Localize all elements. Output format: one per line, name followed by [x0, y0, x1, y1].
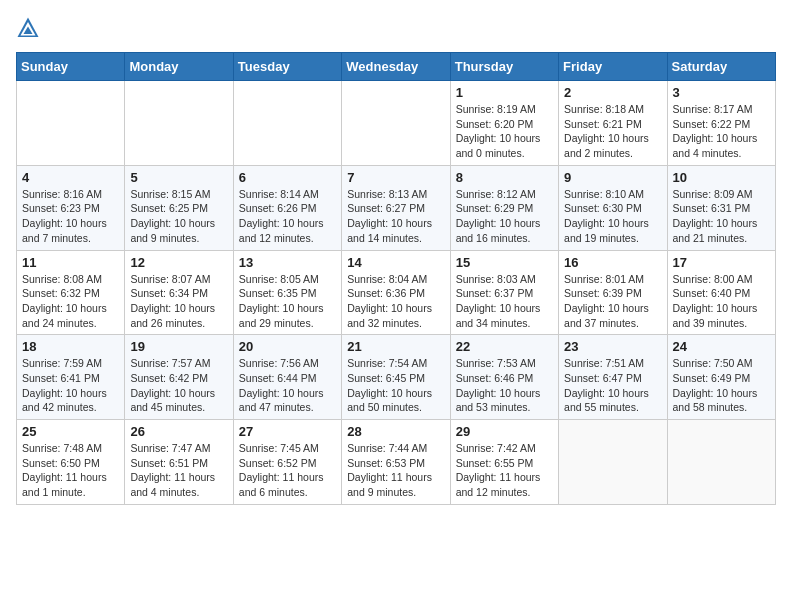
day-number: 13: [239, 255, 336, 270]
calendar-day-cell: 15Sunrise: 8:03 AM Sunset: 6:37 PM Dayli…: [450, 250, 558, 335]
day-number: 5: [130, 170, 227, 185]
calendar-day-cell: 21Sunrise: 7:54 AM Sunset: 6:45 PM Dayli…: [342, 335, 450, 420]
day-info: Sunrise: 7:50 AM Sunset: 6:49 PM Dayligh…: [673, 356, 770, 415]
day-number: 15: [456, 255, 553, 270]
calendar-day-cell: 6Sunrise: 8:14 AM Sunset: 6:26 PM Daylig…: [233, 165, 341, 250]
weekday-header-row: SundayMondayTuesdayWednesdayThursdayFrid…: [17, 53, 776, 81]
day-number: 23: [564, 339, 661, 354]
weekday-header: Sunday: [17, 53, 125, 81]
calendar-week-row: 4Sunrise: 8:16 AM Sunset: 6:23 PM Daylig…: [17, 165, 776, 250]
day-number: 20: [239, 339, 336, 354]
day-info: Sunrise: 7:54 AM Sunset: 6:45 PM Dayligh…: [347, 356, 444, 415]
calendar-week-row: 11Sunrise: 8:08 AM Sunset: 6:32 PM Dayli…: [17, 250, 776, 335]
calendar-day-cell: 19Sunrise: 7:57 AM Sunset: 6:42 PM Dayli…: [125, 335, 233, 420]
calendar-day-cell: 28Sunrise: 7:44 AM Sunset: 6:53 PM Dayli…: [342, 420, 450, 505]
calendar-day-cell: 13Sunrise: 8:05 AM Sunset: 6:35 PM Dayli…: [233, 250, 341, 335]
calendar-week-row: 18Sunrise: 7:59 AM Sunset: 6:41 PM Dayli…: [17, 335, 776, 420]
day-number: 29: [456, 424, 553, 439]
weekday-header: Wednesday: [342, 53, 450, 81]
calendar-day-cell: 29Sunrise: 7:42 AM Sunset: 6:55 PM Dayli…: [450, 420, 558, 505]
calendar-day-cell: 8Sunrise: 8:12 AM Sunset: 6:29 PM Daylig…: [450, 165, 558, 250]
day-info: Sunrise: 8:16 AM Sunset: 6:23 PM Dayligh…: [22, 187, 119, 246]
day-number: 9: [564, 170, 661, 185]
calendar-day-cell: 27Sunrise: 7:45 AM Sunset: 6:52 PM Dayli…: [233, 420, 341, 505]
day-info: Sunrise: 7:45 AM Sunset: 6:52 PM Dayligh…: [239, 441, 336, 500]
day-info: Sunrise: 7:53 AM Sunset: 6:46 PM Dayligh…: [456, 356, 553, 415]
day-number: 21: [347, 339, 444, 354]
calendar-day-cell: 24Sunrise: 7:50 AM Sunset: 6:49 PM Dayli…: [667, 335, 775, 420]
calendar-day-cell: [125, 81, 233, 166]
day-number: 8: [456, 170, 553, 185]
day-info: Sunrise: 8:17 AM Sunset: 6:22 PM Dayligh…: [673, 102, 770, 161]
day-info: Sunrise: 8:05 AM Sunset: 6:35 PM Dayligh…: [239, 272, 336, 331]
day-info: Sunrise: 8:12 AM Sunset: 6:29 PM Dayligh…: [456, 187, 553, 246]
day-info: Sunrise: 7:48 AM Sunset: 6:50 PM Dayligh…: [22, 441, 119, 500]
logo-icon: [16, 16, 40, 40]
day-info: Sunrise: 8:04 AM Sunset: 6:36 PM Dayligh…: [347, 272, 444, 331]
calendar-day-cell: 20Sunrise: 7:56 AM Sunset: 6:44 PM Dayli…: [233, 335, 341, 420]
day-info: Sunrise: 8:14 AM Sunset: 6:26 PM Dayligh…: [239, 187, 336, 246]
day-number: 18: [22, 339, 119, 354]
day-number: 14: [347, 255, 444, 270]
calendar-day-cell: 14Sunrise: 8:04 AM Sunset: 6:36 PM Dayli…: [342, 250, 450, 335]
weekday-header: Saturday: [667, 53, 775, 81]
day-info: Sunrise: 8:08 AM Sunset: 6:32 PM Dayligh…: [22, 272, 119, 331]
calendar-day-cell: 7Sunrise: 8:13 AM Sunset: 6:27 PM Daylig…: [342, 165, 450, 250]
day-number: 11: [22, 255, 119, 270]
day-number: 28: [347, 424, 444, 439]
day-number: 16: [564, 255, 661, 270]
calendar-day-cell: [342, 81, 450, 166]
calendar-day-cell: 16Sunrise: 8:01 AM Sunset: 6:39 PM Dayli…: [559, 250, 667, 335]
day-number: 22: [456, 339, 553, 354]
day-info: Sunrise: 8:09 AM Sunset: 6:31 PM Dayligh…: [673, 187, 770, 246]
calendar-day-cell: 9Sunrise: 8:10 AM Sunset: 6:30 PM Daylig…: [559, 165, 667, 250]
logo: [16, 16, 44, 40]
calendar-day-cell: [233, 81, 341, 166]
day-number: 6: [239, 170, 336, 185]
calendar-day-cell: 22Sunrise: 7:53 AM Sunset: 6:46 PM Dayli…: [450, 335, 558, 420]
day-info: Sunrise: 7:44 AM Sunset: 6:53 PM Dayligh…: [347, 441, 444, 500]
calendar-week-row: 1Sunrise: 8:19 AM Sunset: 6:20 PM Daylig…: [17, 81, 776, 166]
day-number: 10: [673, 170, 770, 185]
calendar-table: SundayMondayTuesdayWednesdayThursdayFrid…: [16, 52, 776, 505]
calendar-day-cell: [667, 420, 775, 505]
day-info: Sunrise: 8:01 AM Sunset: 6:39 PM Dayligh…: [564, 272, 661, 331]
weekday-header: Tuesday: [233, 53, 341, 81]
weekday-header: Monday: [125, 53, 233, 81]
calendar-day-cell: 23Sunrise: 7:51 AM Sunset: 6:47 PM Dayli…: [559, 335, 667, 420]
day-number: 1: [456, 85, 553, 100]
day-info: Sunrise: 8:15 AM Sunset: 6:25 PM Dayligh…: [130, 187, 227, 246]
calendar-day-cell: 3Sunrise: 8:17 AM Sunset: 6:22 PM Daylig…: [667, 81, 775, 166]
calendar-week-row: 25Sunrise: 7:48 AM Sunset: 6:50 PM Dayli…: [17, 420, 776, 505]
day-number: 3: [673, 85, 770, 100]
calendar-day-cell: 2Sunrise: 8:18 AM Sunset: 6:21 PM Daylig…: [559, 81, 667, 166]
day-number: 19: [130, 339, 227, 354]
day-info: Sunrise: 7:42 AM Sunset: 6:55 PM Dayligh…: [456, 441, 553, 500]
calendar-day-cell: 17Sunrise: 8:00 AM Sunset: 6:40 PM Dayli…: [667, 250, 775, 335]
page-header: [16, 16, 776, 40]
calendar-day-cell: 18Sunrise: 7:59 AM Sunset: 6:41 PM Dayli…: [17, 335, 125, 420]
calendar-day-cell: 5Sunrise: 8:15 AM Sunset: 6:25 PM Daylig…: [125, 165, 233, 250]
calendar-day-cell: 26Sunrise: 7:47 AM Sunset: 6:51 PM Dayli…: [125, 420, 233, 505]
day-info: Sunrise: 8:00 AM Sunset: 6:40 PM Dayligh…: [673, 272, 770, 331]
day-info: Sunrise: 8:19 AM Sunset: 6:20 PM Dayligh…: [456, 102, 553, 161]
calendar-day-cell: 10Sunrise: 8:09 AM Sunset: 6:31 PM Dayli…: [667, 165, 775, 250]
calendar-day-cell: 25Sunrise: 7:48 AM Sunset: 6:50 PM Dayli…: [17, 420, 125, 505]
calendar-day-cell: 1Sunrise: 8:19 AM Sunset: 6:20 PM Daylig…: [450, 81, 558, 166]
weekday-header: Friday: [559, 53, 667, 81]
calendar-day-cell: 4Sunrise: 8:16 AM Sunset: 6:23 PM Daylig…: [17, 165, 125, 250]
day-info: Sunrise: 7:59 AM Sunset: 6:41 PM Dayligh…: [22, 356, 119, 415]
day-info: Sunrise: 7:56 AM Sunset: 6:44 PM Dayligh…: [239, 356, 336, 415]
calendar-day-cell: 11Sunrise: 8:08 AM Sunset: 6:32 PM Dayli…: [17, 250, 125, 335]
calendar-day-cell: [17, 81, 125, 166]
day-number: 7: [347, 170, 444, 185]
day-info: Sunrise: 8:07 AM Sunset: 6:34 PM Dayligh…: [130, 272, 227, 331]
day-info: Sunrise: 8:18 AM Sunset: 6:21 PM Dayligh…: [564, 102, 661, 161]
day-info: Sunrise: 8:10 AM Sunset: 6:30 PM Dayligh…: [564, 187, 661, 246]
day-info: Sunrise: 8:03 AM Sunset: 6:37 PM Dayligh…: [456, 272, 553, 331]
day-number: 2: [564, 85, 661, 100]
day-info: Sunrise: 7:51 AM Sunset: 6:47 PM Dayligh…: [564, 356, 661, 415]
day-info: Sunrise: 7:57 AM Sunset: 6:42 PM Dayligh…: [130, 356, 227, 415]
day-number: 24: [673, 339, 770, 354]
day-number: 4: [22, 170, 119, 185]
